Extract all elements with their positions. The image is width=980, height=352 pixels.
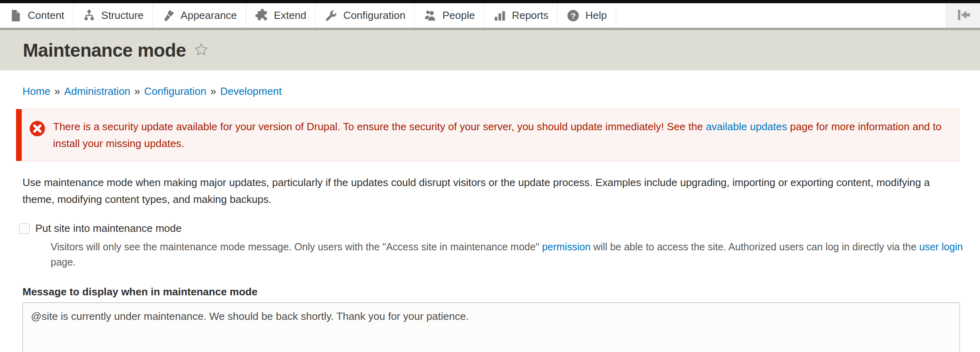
collapse-left-icon [954, 7, 972, 24]
toolbar-item-label: Help [585, 9, 606, 22]
maintenance-mode-checkbox-label[interactable]: Put site into maintenance mode [35, 222, 182, 235]
description-text-1: Visitors will only see the maintenance m… [51, 241, 542, 252]
toolbar-item-configuration[interactable]: Configuration [316, 3, 415, 28]
paintbrush-icon [162, 9, 176, 23]
star-outline-icon [194, 42, 208, 58]
toolbar-item-structure[interactable]: Structure [74, 3, 153, 28]
toolbar-spacer [616, 3, 946, 28]
file-icon [9, 9, 22, 23]
error-message-text: There is a security update available for… [53, 118, 947, 152]
breadcrumb: Home»Administration»Configuration»Develo… [22, 85, 964, 98]
toolbar-item-label: People [442, 9, 475, 22]
error-icon [29, 120, 46, 152]
svg-text:?: ? [571, 11, 576, 20]
toolbar-item-help[interactable]: ? Help [557, 3, 616, 28]
maintenance-mode-description: Visitors will only see the maintenance m… [51, 239, 964, 270]
main-content: Home»Administration»Configuration»Develo… [0, 70, 980, 352]
breadcrumb-link-home[interactable]: Home [22, 85, 50, 97]
admin-toolbar: Content Structure Appearance Extend [0, 3, 980, 30]
user-login-link[interactable]: user login [919, 241, 963, 252]
people-icon [423, 9, 437, 23]
breadcrumb-separator: » [54, 85, 60, 97]
question-circle-icon: ? [566, 9, 580, 23]
toolbar-item-label: Extend [274, 9, 306, 22]
breadcrumb-link-administration[interactable]: Administration [64, 85, 131, 97]
wrench-icon [325, 9, 338, 23]
toolbar-item-label: Structure [101, 9, 144, 22]
available-updates-link[interactable]: available updates [706, 121, 787, 133]
description-text-3: page. [51, 256, 76, 268]
toolbar-item-people[interactable]: People [414, 3, 484, 28]
shortcut-star-toggle[interactable] [194, 42, 208, 58]
description-text-2: will be able to access the site. Authori… [590, 241, 919, 252]
page-header: Maintenance mode [0, 30, 980, 70]
toolbar-item-label: Configuration [343, 9, 406, 22]
sitemap-icon [82, 9, 96, 23]
toolbar-item-label: Content [28, 9, 64, 22]
toolbar-item-label: Reports [512, 9, 548, 22]
toolbar-item-extend[interactable]: Extend [246, 3, 316, 28]
breadcrumb-separator: » [210, 85, 216, 97]
error-text-before: There is a security update available for… [53, 121, 706, 133]
toolbar-item-content[interactable]: Content [0, 3, 74, 28]
maintenance-mode-checkbox[interactable] [19, 223, 30, 234]
breadcrumb-link-development[interactable]: Development [220, 85, 282, 97]
top-black-stripe [0, 0, 980, 3]
breadcrumb-separator: » [135, 85, 140, 97]
maintenance-message-textarea[interactable]: @site is currently under maintenance. We… [22, 302, 960, 352]
permission-link[interactable]: permission [542, 241, 590, 252]
message-field-label: Message to display when in maintenance m… [22, 286, 964, 298]
toolbar-tray-toggle-button[interactable] [946, 3, 980, 28]
page-title: Maintenance mode [23, 39, 186, 61]
puzzle-icon [255, 9, 269, 23]
breadcrumb-link-configuration[interactable]: Configuration [144, 85, 206, 97]
toolbar-item-label: Appearance [181, 9, 237, 22]
bar-chart-icon [493, 9, 506, 23]
toolbar-item-appearance[interactable]: Appearance [153, 3, 246, 28]
toolbar-item-reports[interactable]: Reports [484, 3, 557, 28]
maintenance-mode-checkbox-row: Put site into maintenance mode [19, 222, 964, 235]
error-message-box: There is a security update available for… [16, 109, 959, 161]
maintenance-mode-intro: Use maintenance mode when making major u… [22, 174, 964, 208]
